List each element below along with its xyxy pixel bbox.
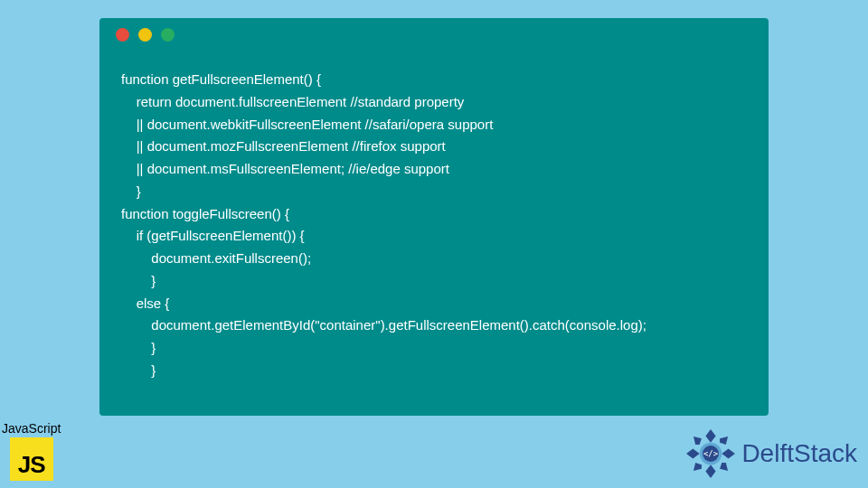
javascript-badge: JavaScript JS (2, 421, 61, 481)
minimize-icon[interactable] (138, 28, 152, 42)
svg-marker-5 (720, 436, 728, 445)
svg-text:</>: </> (703, 449, 718, 458)
javascript-label: JavaScript (2, 421, 61, 436)
maximize-icon[interactable] (161, 28, 175, 42)
code-block: function getFullscreenElement() { return… (99, 51, 769, 400)
svg-marker-7 (720, 463, 728, 471)
svg-marker-3 (722, 448, 736, 458)
window-titlebar (99, 18, 769, 51)
brand-name: DelftStack (741, 439, 857, 468)
svg-marker-2 (687, 448, 701, 458)
svg-marker-1 (706, 465, 716, 478)
svg-marker-0 (706, 429, 716, 443)
close-icon[interactable] (116, 28, 129, 42)
svg-marker-4 (693, 436, 702, 445)
brand-emblem-icon: </> (685, 428, 736, 479)
javascript-icon-text: JS (18, 451, 45, 479)
code-window: function getFullscreenElement() { return… (99, 18, 769, 416)
svg-marker-6 (693, 463, 702, 471)
brand-logo: </> DelftStack (685, 428, 857, 479)
javascript-icon: JS (10, 437, 53, 481)
